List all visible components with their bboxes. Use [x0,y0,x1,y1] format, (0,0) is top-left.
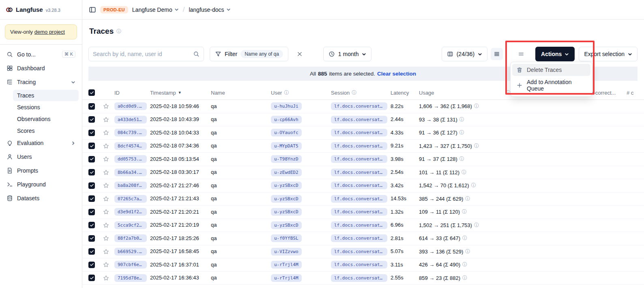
search-input[interactable] [93,51,190,57]
menu-item-add-to-annotation-queue[interactable]: Add to Annotation Queue [512,76,590,95]
trace-id-badge[interactable]: 8b66a34... [114,169,147,176]
table-row[interactable]: 084c739... 2025-02-18 10:04:33 qa u-OYau… [82,126,644,140]
user-badge[interactable]: u-yzSBxcD [271,208,302,216]
trace-id-badge[interactable]: b669529... [114,248,147,256]
session-badge[interactable]: lf.docs.conversation... [331,102,387,110]
export-selection-button[interactable]: Export selection [579,47,638,61]
filter-button[interactable]: Filter Name any of qa [210,47,288,61]
star-icon[interactable] [103,196,109,202]
sidebar-toggle-icon[interactable] [89,6,96,13]
star-icon[interactable] [103,117,109,123]
row-checkbox[interactable] [88,103,95,110]
trace-id-badge[interactable]: 7195d78e... [114,274,147,282]
row-checkbox[interactable] [88,182,95,189]
star-icon[interactable] [103,262,109,268]
columns-button[interactable]: (24/36) [442,47,487,61]
demo-project-link[interactable]: demo project [34,29,65,35]
header-name[interactable]: Name [211,90,271,96]
time-range-button[interactable]: 1 month [323,47,372,61]
sidebar-item-evaluation[interactable]: Evaluation [3,137,79,149]
row-checkbox[interactable] [88,130,95,136]
row-checkbox[interactable] [88,169,95,175]
star-icon[interactable] [103,209,109,215]
trace-id-badge[interactable]: 907cbf6e... [114,261,147,269]
user-badge[interactable]: u-huJhuJi [271,102,302,110]
header-usage[interactable]: Usage [419,90,506,96]
sidebar-item-dashboard[interactable]: Dashboard [3,62,79,74]
row-checkbox[interactable] [88,156,95,162]
trace-id-badge[interactable]: a433de51... [114,116,147,123]
session-badge[interactable]: lf.docs.conversation... [331,248,387,256]
row-checkbox[interactable] [88,116,95,123]
user-badge[interactable]: u-T98YnzD [271,155,302,163]
actions-button[interactable]: Actions [535,47,575,61]
clear-selection-link[interactable]: Clear selection [377,71,416,77]
clear-filter-icon[interactable] [294,48,305,60]
star-icon[interactable] [103,249,109,255]
session-badge[interactable]: lf.docs.conversation... [331,142,387,150]
trace-id-badge[interactable]: ba8a208f... [114,182,147,189]
star-icon[interactable] [103,222,109,228]
user-badge[interactable]: u-zEwdED2 [271,169,302,176]
trace-id-badge[interactable]: a0cd0d9... [114,102,147,110]
sidebar-item-traces[interactable]: Traces [13,90,79,101]
table-row[interactable]: 88f2a7b0... 2025-02-17 18:25:26 qa u-f0Y… [82,232,644,245]
star-icon[interactable] [103,182,109,188]
session-badge[interactable]: lf.docs.conversation... [331,169,387,176]
star-icon[interactable] [103,235,109,241]
session-badge[interactable]: lf.docs.conversation... [331,116,387,123]
table-row[interactable]: ba8a208f... 2025-02-17 21:27:46 qa u-yzS… [82,179,644,193]
session-badge[interactable]: lf.docs.conversation... [331,129,387,136]
user-badge[interactable]: u-OYauofc [271,129,302,136]
user-badge[interactable]: u-MYpDAT5 [271,142,302,150]
user-badge[interactable]: u-VIZzvwo [271,248,302,256]
session-badge[interactable]: lf.docs.conversation... [331,208,387,216]
sidebar-item-playground[interactable]: Playground [3,178,79,191]
session-badge[interactable]: lf.docs.conversation... [331,155,387,163]
search-icon[interactable] [193,51,200,57]
star-icon[interactable] [103,275,109,281]
user-badge[interactable]: u-rTrjl4M [271,261,302,269]
menu-item-delete-traces[interactable]: Delete Traces [512,64,590,76]
session-badge[interactable]: lf.docs.conversation... [331,221,387,229]
row-checkbox[interactable] [88,209,95,215]
session-badge[interactable]: lf.docs.conversation... [331,274,387,282]
star-icon[interactable] [103,156,109,162]
star-icon[interactable] [103,169,109,175]
sidebar-item-prompts[interactable]: Prompts [3,165,79,177]
session-badge[interactable]: lf.docs.conversation... [331,182,387,189]
header-score-extra[interactable]: # c [627,90,644,96]
trace-id-badge[interactable]: 88f2a7b0... [114,234,147,242]
session-badge[interactable]: lf.docs.conversation... [331,261,387,269]
trace-id-badge[interactable]: 8dcf4574... [114,142,147,150]
table-row[interactable]: 5cca9cf2... 2025-02-17 21:20:19 qa u-yzS… [82,219,644,232]
row-checkbox[interactable] [88,222,95,228]
row-height-compact-button[interactable] [491,48,503,60]
table-row[interactable]: 07265c7a... 2025-02-17 21:21:43 qa u-yzS… [82,193,644,206]
header-user[interactable]: User ⓘ [271,89,331,96]
org-selector[interactable]: Langfuse Demo [132,6,179,13]
sidebar-item-sessions[interactable]: Sessions [13,102,79,113]
table-row[interactable]: dd05753... 2025-02-18 05:13:54 qa u-T98Y… [82,153,644,166]
table-row[interactable]: 907cbf6e... 2025-02-17 16:37:01 qa u-rTr… [82,258,644,272]
sidebar-item-observations[interactable]: Observations [13,113,79,125]
user-badge[interactable]: u-cp66Avh [271,116,302,123]
trace-id-badge[interactable]: 5cca9cf2... [114,221,147,229]
sidebar-item-users[interactable]: Users [3,151,79,163]
table-row[interactable]: d3e9d1f2... 2025-02-17 21:20:21 qa u-yzS… [82,206,644,219]
user-badge[interactable]: u-yzSBxcD [271,221,302,229]
table-row[interactable]: a433de51... 2025-02-18 10:43:39 qa u-cp6… [82,113,644,127]
sidebar-item-datasets[interactable]: Datasets [3,192,79,204]
user-badge[interactable]: u-yzSBxcD [271,195,302,203]
session-badge[interactable]: lf.docs.conversation... [331,234,387,242]
header-id[interactable]: ID [114,90,150,96]
table-row[interactable]: b669529... 2025-02-17 16:58:45 qa u-VIZz… [82,245,644,259]
table-row[interactable]: 8dcf4574... 2025-02-18 07:34:36 qa u-MYp… [82,140,644,153]
table-row[interactable]: a0cd0d9... 2025-02-18 10:59:46 qa u-huJh… [82,100,644,113]
trace-id-badge[interactable]: 07265c7a... [114,195,147,203]
table-row[interactable]: 7195d78e... 2025-02-17 16:36:43 qa u-rTr… [82,272,644,285]
table-row[interactable]: 8b66a34... 2025-02-18 03:30:17 qa u-zEwd… [82,166,644,180]
goto-button[interactable]: Go to... ⌘ K [3,48,79,61]
session-badge[interactable]: lf.docs.conversation... [331,195,387,203]
row-checkbox[interactable] [88,143,95,149]
